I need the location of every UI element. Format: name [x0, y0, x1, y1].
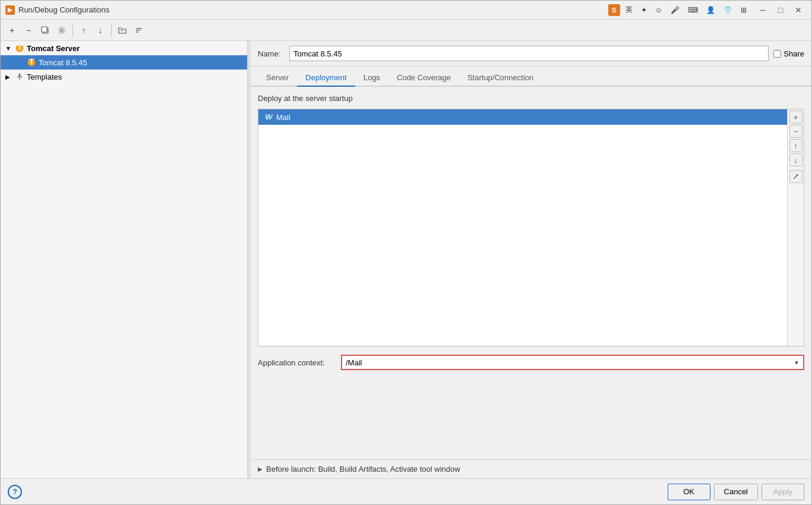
tree-item-tomcat-instance[interactable]: T Tomcat 8.5.45 [1, 55, 247, 70]
deploy-item-mail-icon: W [263, 112, 273, 122]
configurations-toolbar: + − ↑ ↓ [1, 20, 811, 41]
tab-deployment[interactable]: Deployment [297, 70, 355, 87]
sort-button[interactable] [131, 23, 147, 38]
titlebar: ▶ Run/Debug Configurations S 英 ✦ ☺ 🎤 ⌨ 👤… [1, 1, 811, 20]
share-checkbox-input[interactable] [773, 50, 781, 58]
ime-toolbar: S 英 ✦ ☺ 🎤 ⌨ 👤 👕 ⊞ [608, 4, 750, 16]
tab-code-coverage[interactable]: Code Coverage [388, 70, 459, 87]
minimize-button[interactable]: ─ [754, 4, 771, 17]
app-context-row: Application context: ▼ [258, 352, 804, 373]
apply-button[interactable]: Apply [762, 484, 804, 500]
toolbar-separator-2 [111, 24, 112, 36]
templates-label: Templates [27, 72, 62, 81]
combo-arrow-icon: ▼ [794, 359, 800, 366]
settings-config-button[interactable] [54, 23, 69, 38]
deployment-tab-content: Deploy at the server startup W [251, 87, 811, 459]
deploy-remove-button[interactable]: − [789, 125, 802, 138]
maximize-button[interactable]: □ [772, 4, 789, 17]
share-label: Share [783, 49, 804, 58]
before-launch-label: Before launch: Build, Build Artifacts, A… [266, 465, 460, 474]
deploy-item-mail[interactable]: W Mail [258, 109, 787, 125]
tomcat-server-group-icon: T [15, 43, 24, 53]
window-title: Run/Debug Configurations [18, 5, 109, 14]
deploy-item-mail-label: Mail [276, 113, 290, 122]
templates-icon [15, 72, 24, 81]
expand-templates-icon: ▶ [5, 74, 12, 80]
before-launch-section: ▶ Before launch: Build, Build Artifacts,… [251, 459, 811, 478]
ime-s-icon[interactable]: S [608, 4, 620, 16]
name-label: Name: [258, 49, 285, 58]
window-controls: ─ □ ✕ [754, 4, 807, 17]
tree-item-templates[interactable]: ▶ Templates [1, 70, 247, 84]
svg-text:W: W [266, 112, 273, 121]
toolbar-separator-1 [72, 24, 73, 36]
right-panel: Name: Share Server Deployment Logs Code … [251, 41, 811, 478]
app-icon: ▶ [5, 5, 15, 15]
run-debug-configurations-window: ▶ Run/Debug Configurations S 英 ✦ ☺ 🎤 ⌨ 👤… [0, 0, 812, 505]
tab-logs[interactable]: Logs [355, 70, 388, 87]
ime-star-btn[interactable]: ✦ [638, 5, 650, 15]
svg-point-11 [19, 74, 21, 75]
before-launch-expand-icon[interactable]: ▶ [258, 466, 263, 472]
deploy-section-label: Deploy at the server startup [258, 94, 804, 103]
tomcat-instance-label: Tomcat 8.5.45 [39, 58, 87, 67]
dialog-buttons: OK Cancel Apply [668, 484, 804, 500]
svg-rect-1 [42, 27, 47, 32]
tab-startup-connection[interactable]: Startup/Connection [459, 70, 542, 87]
ime-emoji-btn[interactable]: ☺ [652, 5, 665, 15]
ime-chinese-btn[interactable]: 英 [623, 4, 636, 16]
deploy-list-container: W Mail + − ↑ ↓ [258, 109, 804, 346]
svg-point-2 [61, 29, 63, 31]
tree-group-tomcat-server[interactable]: ▼ T Tomcat Server [1, 41, 247, 55]
app-context-input[interactable] [346, 358, 794, 367]
deploy-move-down-button[interactable]: ↓ [789, 153, 802, 166]
deploy-edit-button[interactable] [789, 170, 802, 183]
app-context-combo[interactable]: ▼ [341, 355, 804, 370]
ime-grid-btn[interactable]: ⊞ [738, 5, 750, 15]
svg-text:T: T [29, 58, 34, 66]
tabs-bar: Server Deployment Logs Code Coverage Sta… [251, 67, 811, 87]
deploy-container-inner: W Mail + − ↑ ↓ [258, 109, 804, 346]
deploy-list: W Mail [258, 109, 787, 346]
move-down-button[interactable]: ↓ [93, 23, 108, 38]
remove-config-button[interactable]: − [21, 23, 36, 38]
ime-user-btn[interactable]: 👤 [703, 5, 718, 15]
tomcat-instance-icon: T [27, 58, 36, 67]
name-row: Name: Share [251, 41, 811, 67]
deploy-move-up-button[interactable]: ↑ [789, 139, 802, 152]
titlebar-left: ▶ Run/Debug Configurations [5, 5, 109, 15]
ime-keyboard-btn[interactable]: ⌨ [685, 5, 701, 15]
ok-button[interactable]: OK [668, 484, 710, 500]
ime-mic-btn[interactable]: 🎤 [668, 5, 683, 15]
ime-shirt-btn[interactable]: 👕 [721, 5, 735, 15]
add-config-button[interactable]: + [4, 23, 20, 38]
app-context-label: Application context: [258, 358, 335, 367]
bottom-bar: ? OK Cancel Apply [1, 478, 811, 504]
deploy-side-buttons: + − ↑ ↓ [787, 109, 804, 346]
copy-config-button[interactable] [37, 23, 53, 38]
help-button[interactable]: ? [8, 485, 22, 499]
svg-text:T: T [17, 43, 22, 52]
share-checkbox-label[interactable]: Share [773, 49, 804, 58]
tab-server[interactable]: Server [258, 70, 297, 87]
tomcat-server-group-label: Tomcat Server [27, 44, 80, 53]
folder-button[interactable] [115, 23, 130, 38]
close-button[interactable]: ✕ [790, 4, 807, 17]
deploy-add-button[interactable]: + [789, 111, 802, 124]
name-input[interactable] [289, 46, 769, 61]
main-content: ▼ T Tomcat Server T Tom [1, 41, 811, 478]
move-up-button[interactable]: ↑ [76, 23, 91, 38]
configurations-tree: ▼ T Tomcat Server T Tom [1, 41, 248, 478]
expand-tomcat-icon: ▼ [5, 45, 12, 52]
cancel-button[interactable]: Cancel [714, 484, 758, 500]
